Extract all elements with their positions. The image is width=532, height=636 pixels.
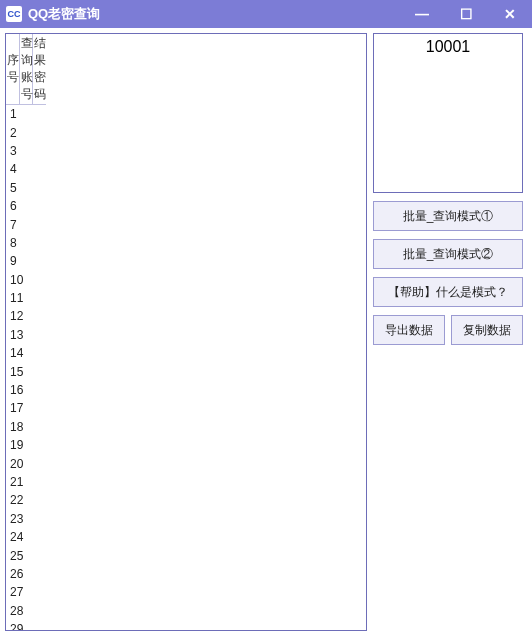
- cell-seq: 15: [6, 362, 46, 380]
- cell-seq: 19: [6, 436, 46, 454]
- table-row[interactable]: 1610001ac13550040540bc: [6, 381, 46, 399]
- table-row[interactable]: 29100016Cxd2X986x: [6, 620, 46, 631]
- cell-seq: 11: [6, 289, 46, 307]
- table-row[interactable]: 710001123456: [6, 215, 46, 233]
- table-row[interactable]: 910001123456789a: [6, 252, 46, 270]
- cell-seq: 13: [6, 326, 46, 344]
- app-icon: CC: [6, 6, 22, 22]
- cell-seq: 10: [6, 271, 46, 289]
- titlebar[interactable]: CC QQ老密查询 — ☐ ✕: [0, 0, 532, 28]
- cell-seq: 24: [6, 528, 46, 546]
- table-row[interactable]: 310001111111: [6, 142, 46, 160]
- table-row[interactable]: 2810001c04310315cd2a2f859408c...: [6, 602, 46, 620]
- table-row[interactable]: 151000185485485: [6, 362, 46, 380]
- copy-button[interactable]: 复制数据: [451, 315, 523, 345]
- table-row[interactable]: 1910001jkjk.n kl: [6, 436, 46, 454]
- col-seq[interactable]: 序号: [6, 34, 19, 105]
- table-row[interactable]: 101000113857616219: [6, 271, 46, 289]
- table-row[interactable]: 810001123456789: [6, 234, 46, 252]
- table-row[interactable]: 6100011232456: [6, 197, 46, 215]
- close-button[interactable]: ✕: [488, 0, 532, 28]
- table-row[interactable]: 410001112233: [6, 160, 46, 178]
- table-row[interactable]: 21000110001ffffffffffff: [6, 123, 46, 141]
- cell-seq: 7: [6, 215, 46, 233]
- export-button[interactable]: 导出数据: [373, 315, 445, 345]
- table-row[interactable]: 2210001mahuatenglaji: [6, 491, 46, 509]
- cell-seq: 9: [6, 252, 46, 270]
- cell-seq: 20: [6, 454, 46, 472]
- cell-seq: 21: [6, 473, 46, 491]
- cell-seq: 23: [6, 510, 46, 528]
- query-input[interactable]: 10001: [373, 33, 523, 193]
- cell-seq: 25: [6, 546, 46, 564]
- col-account[interactable]: 查询账号: [19, 34, 32, 105]
- table-row[interactable]: 2410001wl1005: [6, 528, 46, 546]
- window-title: QQ老密查询: [28, 5, 100, 23]
- cell-seq: 22: [6, 491, 46, 509]
- table-row[interactable]: 2010001ling|HL: [6, 454, 46, 472]
- cell-seq: 8: [6, 234, 46, 252]
- cell-seq: 16: [6, 381, 46, 399]
- cell-seq: 3: [6, 142, 46, 160]
- table-row[interactable]: 13100015511111: [6, 326, 46, 344]
- maximize-button[interactable]: ☐: [444, 0, 488, 28]
- cell-seq: 2: [6, 123, 46, 141]
- col-password[interactable]: 结果密码: [33, 34, 46, 105]
- cell-seq: 17: [6, 399, 46, 417]
- cell-seq: 18: [6, 418, 46, 436]
- cell-seq: 5: [6, 179, 46, 197]
- table-row[interactable]: 1100011: [6, 105, 46, 123]
- cell-seq: 12: [6, 307, 46, 325]
- cell-seq: 28: [6, 602, 46, 620]
- batch-mode2-button[interactable]: 批量_查询模式②: [373, 239, 523, 269]
- minimize-button[interactable]: —: [400, 0, 444, 28]
- table-row[interactable]: 26100018237768ad98104287f6ebf7...: [6, 565, 46, 583]
- table-row[interactable]: 12100012452452: [6, 307, 46, 325]
- table-row[interactable]: 14100016235258: [6, 344, 46, 362]
- table-row[interactable]: 1810001ftujh: [6, 418, 46, 436]
- results-table[interactable]: 序号 查询账号 结果密码 110001121000110001fffffffff…: [6, 34, 366, 631]
- cell-seq: 29: [6, 620, 46, 631]
- results-panel: 序号 查询账号 结果密码 110001121000110001fffffffff…: [5, 33, 367, 631]
- cell-seq: 1: [6, 105, 46, 123]
- table-row[interactable]: 2310001romantic: [6, 510, 46, 528]
- cell-seq: 14: [6, 344, 46, 362]
- cell-seq: 27: [6, 583, 46, 601]
- table-row[interactable]: 2110001mahuaten: [6, 473, 46, 491]
- cell-seq: 4: [6, 160, 46, 178]
- batch-mode1-button[interactable]: 批量_查询模式①: [373, 201, 523, 231]
- cell-seq: 6: [6, 197, 46, 215]
- table-row[interactable]: 111000120484066122332456: [6, 289, 46, 307]
- help-button[interactable]: 【帮助】什么是模式？: [373, 277, 523, 307]
- table-row[interactable]: 510001120140170: [6, 179, 46, 197]
- cell-seq: 26: [6, 565, 46, 583]
- table-row[interactable]: 1710001fgdfgsdfgsfg: [6, 399, 46, 417]
- table-row[interactable]: 2510001woainilili661991: [6, 546, 46, 564]
- table-row[interactable]: 27100018237768ad98104287f6ebf7...: [6, 583, 46, 601]
